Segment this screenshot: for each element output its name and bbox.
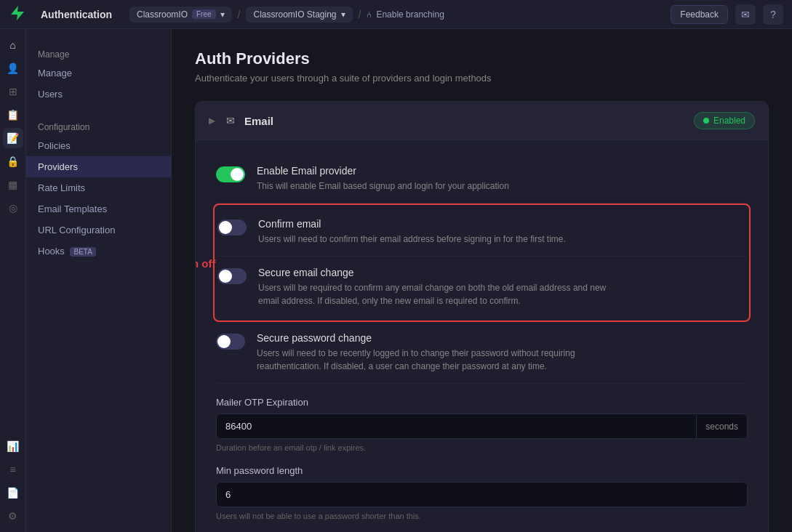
mailer-otp-input-row: seconds [216, 414, 748, 439]
branching-icon: ⑃ [367, 9, 372, 20]
setting-label-enable-email: Enable Email provider [257, 165, 748, 177]
action-bar: Cancel Save [216, 526, 748, 532]
enabled-label: Enabled [713, 116, 745, 126]
min-password-input[interactable] [217, 483, 747, 507]
sidebar-icon-user[interactable]: 👤 [3, 58, 23, 78]
setting-info-secure-email-change: Secure email change Users will be requir… [258, 267, 746, 307]
setting-info-secure-password-change: Secure password change Users will need t… [257, 332, 748, 373]
setting-info-confirm-email: Confirm email Users will need to confirm… [258, 218, 746, 246]
hooks-badge: BETA [70, 247, 95, 257]
setting-label-secure-password-change: Secure password change [257, 332, 748, 344]
icon-sidebar: ⌂ 👤 ⊞ 📋 📝 🔒 ▦ ◎ 📊 ≡ 📄 ⚙ [0, 29, 26, 532]
workspace-item[interactable]: ClassroomIO Free ▾ [129, 7, 232, 23]
email-provider-header: ▶ ✉ Email Enabled [196, 102, 768, 140]
page-title: Auth Providers [195, 49, 769, 68]
setting-confirm-email: Confirm email Users will need to confirm… [217, 208, 746, 257]
sidebar-icon-chart[interactable]: 📊 [3, 436, 23, 456]
setting-info-enable-email: Enable Email provider This will enable E… [257, 165, 748, 193]
nav-item-rate-limits[interactable]: Rate Limits [26, 177, 171, 198]
environment-chevron: ▾ [341, 9, 345, 20]
manage-section-label: Manage [26, 41, 171, 63]
setting-desc-enable-email: This will enable Email based signup and … [257, 180, 620, 193]
branching-label: Enable branching [376, 9, 444, 20]
help-icon[interactable]: ? [763, 4, 783, 25]
sidebar-icon-globe[interactable]: ◎ [3, 198, 23, 218]
sidebar-icon-doc[interactable]: 📄 [3, 483, 23, 503]
enabled-badge: Enabled [694, 112, 755, 129]
environment-item[interactable]: ClassroomIO Staging ▾ [246, 7, 352, 23]
branching-button[interactable]: ⑃ Enable branching [367, 9, 444, 20]
setting-label-confirm-email: Confirm email [258, 218, 746, 230]
sidebar-icon-package[interactable]: ▦ [3, 174, 23, 195]
sidebar-icon-lock[interactable]: 🔒 [3, 151, 23, 172]
workspace-chevron: ▾ [220, 9, 225, 20]
toggle-knob-enable-email [231, 168, 244, 181]
breadcrumb: ClassroomIO Free ▾ / ClassroomIO Staging… [129, 7, 671, 23]
sidebar-icon-home[interactable]: ⌂ [3, 35, 23, 55]
mailer-otp-label: Mailer OTP Expiration [216, 397, 748, 408]
config-section-label: Configuration [26, 113, 171, 135]
sidebar-icon-table[interactable]: ⊞ [3, 81, 23, 102]
nav-item-email-templates[interactable]: Email Templates [26, 198, 171, 219]
mailer-otp-suffix: seconds [696, 415, 747, 438]
topbar-actions: Feedback ✉ ? [671, 4, 783, 25]
main-content: Auth Providers Authenticate your users t… [172, 29, 792, 532]
setting-enable-email: Enable Email provider This will enable E… [216, 155, 748, 203]
enabled-dot [703, 118, 709, 124]
sidebar-icon-menu[interactable]: ≡ [3, 459, 23, 480]
setting-desc-secure-email-change: Users will be required to confirm any em… [258, 281, 622, 307]
min-password-hint: Users will not be able to use a password… [216, 512, 748, 520]
mail-icon[interactable]: ✉ [735, 4, 756, 25]
topbar: Authentication ClassroomIO Free ▾ / Clas… [0, 0, 792, 29]
mailer-otp-hint: Duration before an email otp / link expi… [216, 443, 748, 452]
toggle-knob-secure-password-change [217, 335, 231, 348]
min-password-label: Min password length [216, 465, 748, 476]
setting-desc-confirm-email: Users will need to confirm their email a… [258, 233, 622, 246]
nav-item-url-config[interactable]: URL Configuration [26, 219, 171, 241]
nav-item-users[interactable]: Users [26, 84, 171, 105]
toggle-knob-confirm-email [219, 221, 232, 234]
toggle-confirm-email[interactable] [217, 219, 247, 235]
app-title: Authentication [41, 9, 112, 20]
highlight-box: Toggle them off Confirm email Users will… [213, 203, 751, 322]
expand-arrow[interactable]: ▶ [209, 116, 215, 126]
feedback-button[interactable]: Feedback [671, 5, 728, 24]
page-description: Authenticate your users through a suite … [195, 73, 769, 84]
setting-secure-email-change: Secure email change Users will be requir… [217, 257, 746, 318]
nav-item-providers[interactable]: Providers [26, 156, 171, 177]
toggle-knob-secure-email-change [219, 270, 232, 283]
toggle-secure-password-change[interactable] [216, 334, 245, 350]
toggle-annotation: Toggle them off [195, 257, 215, 269]
nav-item-manage[interactable]: Manage [26, 63, 171, 84]
environment-name: ClassroomIO Staging [253, 9, 336, 20]
sidebar-icon-settings[interactable]: ⚙ [3, 506, 23, 526]
email-icon: ✉ [223, 113, 239, 129]
mailer-otp-group: Mailer OTP Expiration seconds Duration b… [216, 397, 748, 452]
breadcrumb-sep: / [238, 9, 241, 20]
email-provider-card: ▶ ✉ Email Enabled Enable Email provider … [195, 101, 769, 532]
toggle-secure-email-change[interactable] [217, 268, 247, 284]
nav-sidebar: Manage Manage Users Configuration Polici… [26, 29, 172, 532]
email-provider-body: Enable Email provider This will enable E… [196, 140, 768, 532]
mailer-otp-input[interactable] [217, 414, 696, 438]
setting-secure-password-change: Secure password change Users will need t… [216, 322, 748, 384]
setting-desc-secure-password-change: Users will need to be recently logged in… [257, 347, 620, 373]
app-logo [9, 4, 29, 25]
breadcrumb-sep2: / [359, 9, 361, 20]
toggle-enable-email[interactable] [216, 166, 245, 182]
workspace-name: ClassroomIO [137, 9, 188, 20]
email-provider-name: Email [244, 115, 694, 127]
nav-item-policies[interactable]: Policies [26, 135, 171, 156]
sidebar-icon-clipboard[interactable]: 📋 [3, 105, 23, 125]
sidebar-icon-edit[interactable]: 📝 [3, 128, 23, 148]
nav-item-hooks[interactable]: Hooks BETA [26, 241, 171, 262]
setting-label-secure-email-change: Secure email change [258, 267, 746, 278]
workspace-plan: Free [192, 9, 216, 19]
min-password-group: Min password length Users will not be ab… [216, 465, 748, 520]
svg-marker-0 [11, 6, 24, 20]
min-password-input-row [216, 482, 748, 507]
